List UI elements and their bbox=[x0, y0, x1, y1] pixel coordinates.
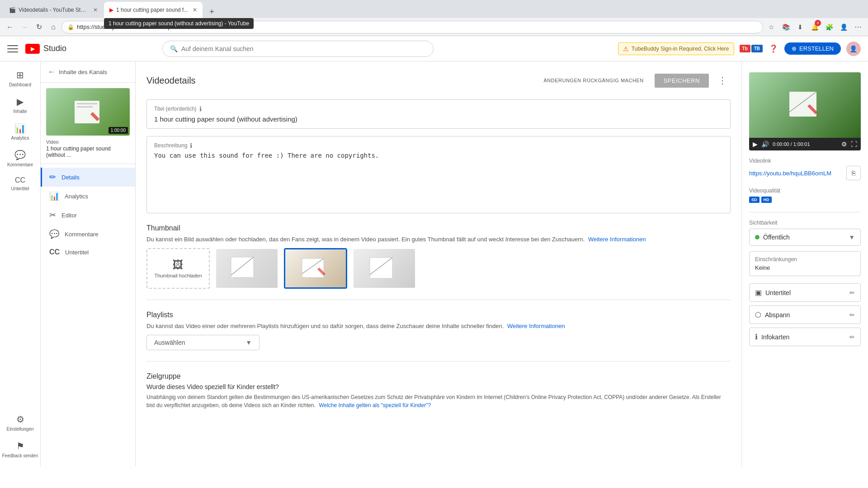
infokarten-feature[interactable]: ℹ Infokarten ✏ bbox=[749, 328, 861, 346]
sidebar-item-subtitles[interactable]: CC Untertitel bbox=[0, 172, 40, 196]
create-icon: ⊕ bbox=[792, 45, 797, 52]
page-title: Videodetails bbox=[146, 75, 196, 86]
help-btn[interactable]: ❓ bbox=[768, 43, 779, 54]
editor-label: Editor bbox=[61, 212, 77, 219]
title-input[interactable] bbox=[154, 115, 723, 123]
right-divider bbox=[749, 212, 861, 212]
video-link[interactable]: https://youtu.be/hquLBB6omLM bbox=[749, 170, 831, 177]
title-info-icon[interactable]: ℹ bbox=[199, 105, 202, 113]
audience-desc: Unabhängig von deinem Standort gelten di… bbox=[146, 393, 731, 409]
infokarten-feature-label: Infokarten bbox=[761, 333, 789, 341]
volume-btn[interactable]: 🔊 bbox=[761, 141, 769, 148]
audience-link[interactable]: Welche Inhalte gelten als "speziell für … bbox=[319, 402, 431, 408]
profile-btn[interactable]: 👤 bbox=[837, 21, 850, 33]
extension-btn[interactable]: 🧩 bbox=[823, 21, 835, 33]
thumbnail-options: 🖼 Thumbnail hochladen bbox=[146, 248, 731, 289]
sidebar-item-analytics[interactable]: 📊 Analytics bbox=[0, 118, 40, 145]
back-btn[interactable]: ← bbox=[4, 21, 16, 33]
visibility-arrow-icon: ▼ bbox=[849, 234, 855, 241]
endscreen-edit-icon[interactable]: ✏ bbox=[849, 311, 855, 319]
menu-btn[interactable]: ⋯ bbox=[852, 21, 864, 33]
star-btn[interactable]: ☆ bbox=[765, 21, 778, 33]
nav-item-analytics[interactable]: 📊 Analytics bbox=[41, 187, 135, 206]
sidebar-item-settings[interactable]: ⚙ Einstellungen bbox=[0, 409, 40, 436]
analytics-nav-label: Analytics bbox=[65, 193, 88, 200]
thumbnail-item-2[interactable] bbox=[284, 248, 347, 289]
forward-btn[interactable]: → bbox=[18, 21, 31, 33]
thumbnail-item-3[interactable] bbox=[353, 248, 416, 289]
play-btn[interactable]: ▶ bbox=[753, 141, 758, 148]
main-content: Videodetails ÄNDERUNGEN RÜCKGÄNGIG MACHE… bbox=[136, 61, 741, 466]
left-panel: ← Inhalte des Kanals bbox=[41, 61, 136, 466]
playlists-link[interactable]: Weitere Informationen bbox=[507, 323, 565, 329]
restriction-value: Keine bbox=[755, 264, 855, 271]
video-thumb-container: 1:00:00 bbox=[46, 88, 130, 136]
content-icon: ▶ bbox=[17, 96, 24, 107]
search-box[interactable]: 🔍 bbox=[162, 41, 434, 57]
sidebar-item-content[interactable]: ▶ Inhalte bbox=[0, 92, 40, 118]
thumbnail-item-1[interactable] bbox=[215, 248, 278, 289]
right-panel: ▶ 🔊 0:00:00 / 1:00:01 ⚙ ⛶ Videolink http… bbox=[741, 61, 868, 466]
tab-2[interactable]: ▶ 1 hour cutting paper sound f... ✕ 1 ho… bbox=[104, 2, 203, 18]
thumb2-visual bbox=[285, 249, 346, 287]
avatar[interactable]: 👤 bbox=[846, 42, 861, 56]
tubebuddy-warning-icon: ⚠ bbox=[623, 45, 629, 52]
undo-btn[interactable]: ÄNDERUNGEN RÜCKGÄNGIG MACHEN bbox=[538, 74, 649, 87]
subtitles-feature[interactable]: ▣ Untertitel ✏ bbox=[749, 283, 861, 302]
new-tab-btn[interactable]: + bbox=[205, 5, 218, 18]
nav-item-details[interactable]: ✏ Details bbox=[41, 168, 135, 187]
nav-item-subtitles[interactable]: CC Untertitel bbox=[41, 244, 135, 261]
public-dot bbox=[755, 235, 760, 239]
tubebuddy-buttons[interactable]: Tb TB bbox=[740, 45, 763, 52]
save-btn[interactable]: SPEICHERN bbox=[655, 74, 709, 88]
back-label: Inhalte des Kanals bbox=[59, 69, 107, 75]
tab2-close[interactable]: ✕ bbox=[193, 7, 197, 13]
create-btn[interactable]: ⊕ ERSTELLEN bbox=[784, 42, 841, 55]
hamburger-btn[interactable] bbox=[7, 43, 18, 54]
svg-rect-1 bbox=[77, 103, 97, 104]
visibility-selector[interactable]: Öffentlich ▼ bbox=[749, 229, 861, 246]
videolink-label: Videolink bbox=[749, 158, 861, 164]
search-input[interactable] bbox=[181, 45, 426, 52]
thumb-paper-svg bbox=[70, 96, 106, 128]
notif-btn[interactable]: 🔔 4 bbox=[808, 21, 821, 33]
infokarten-edit-icon[interactable]: ✏ bbox=[849, 333, 855, 341]
sidebar-item-feedback[interactable]: ⚑ Feedback senden bbox=[0, 436, 40, 463]
more-options-btn[interactable]: ⋮ bbox=[714, 72, 731, 89]
app-sidebar: ⊞ Dashboard ▶ Inhalte 📊 Analytics 💬 Komm… bbox=[0, 61, 41, 466]
infokarten-feature-inner: ℹ Infokarten bbox=[755, 333, 789, 341]
comments-nav-label: Kommentare bbox=[65, 231, 98, 238]
tab-1[interactable]: 🎬 Videodetails - YouTube Studio ✕ bbox=[4, 2, 103, 18]
video-preview-visual bbox=[749, 72, 861, 138]
sidebar-item-dashboard[interactable]: ⊞ Dashboard bbox=[0, 65, 40, 92]
yt-studio-logo[interactable]: ▶ Studio bbox=[25, 44, 66, 54]
nav-item-editor[interactable]: ✂ Editor bbox=[41, 206, 135, 225]
svg-rect-11 bbox=[789, 92, 816, 117]
fullscreen-btn[interactable]: ⛶ bbox=[851, 141, 857, 148]
description-textarea[interactable]: You can use this sound for free :) There… bbox=[154, 152, 723, 206]
collections-btn[interactable]: 📚 bbox=[779, 21, 792, 33]
back-btn[interactable]: ← Inhalte des Kanals bbox=[41, 61, 135, 83]
tab1-close[interactable]: ✕ bbox=[93, 7, 98, 13]
nav-item-comments[interactable]: 💬 Kommentare bbox=[41, 225, 135, 244]
refresh-btn[interactable]: ↻ bbox=[33, 21, 45, 33]
video-type-label: Video bbox=[46, 139, 130, 145]
visibility-value: Öffentlich bbox=[763, 234, 790, 241]
downloads-btn[interactable]: ⬇ bbox=[794, 21, 807, 33]
home-btn[interactable]: ⌂ bbox=[47, 21, 60, 33]
description-info-icon[interactable]: ℹ bbox=[190, 142, 192, 149]
sidebar-item-comments[interactable]: 💬 Kommentare bbox=[0, 145, 40, 172]
copy-link-btn[interactable]: ⎘ bbox=[846, 166, 861, 180]
tubebuddy-label: TubeBuddy Sign-in Required, Click Here bbox=[632, 46, 729, 52]
section-divider-2 bbox=[146, 361, 731, 361]
subtitles-edit-icon[interactable]: ✏ bbox=[849, 289, 855, 296]
thumbnail-link[interactable]: Weitere Informationen bbox=[588, 236, 646, 243]
settings-btn[interactable]: ⚙ bbox=[841, 141, 847, 148]
endscreen-feature[interactable]: ⬡ Abspann ✏ bbox=[749, 305, 861, 324]
browser-chrome: 🎬 Videodetails - YouTube Studio ✕ ▶ 1 ho… bbox=[0, 0, 868, 36]
svg-rect-9 bbox=[370, 258, 392, 278]
thumbnail-upload-btn[interactable]: 🖼 Thumbnail hochladen bbox=[146, 248, 210, 289]
tubebuddy-banner[interactable]: ⚠ TubeBuddy Sign-in Required, Click Here bbox=[618, 42, 734, 55]
subtitles-label: Untertitel bbox=[11, 186, 29, 191]
playlist-select[interactable]: Auswählen ▼ bbox=[146, 335, 259, 350]
